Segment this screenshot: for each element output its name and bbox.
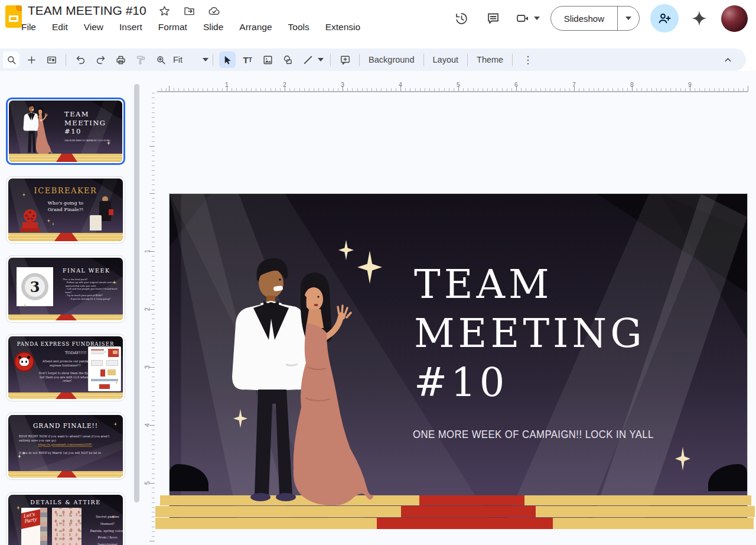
thumb4-title: PANDA EXPRESS FUNDRAISER bbox=[8, 341, 123, 347]
menu-format[interactable]: Format bbox=[158, 22, 187, 33]
share-button[interactable] bbox=[650, 4, 679, 33]
thumb1-subtitle: ONE MORE WEEK OF CAMPAIGN!! LOCK IN YALL bbox=[64, 140, 110, 142]
slideshow-dropdown[interactable] bbox=[617, 7, 639, 30]
background-button[interactable]: Background bbox=[364, 51, 419, 68]
film-reel-illustration bbox=[24, 209, 37, 222]
menu-tools[interactable]: Tools bbox=[288, 22, 309, 33]
thumb5-title: GRAND FINALE!! bbox=[8, 422, 123, 429]
menu-extensions[interactable]: Extensio bbox=[325, 22, 360, 33]
slide-thumbnail-4[interactable]: PANDA EXPRESS FUNDRAISER TODAY!!!!! Atte… bbox=[6, 334, 125, 401]
text-box-icon[interactable]: TT bbox=[239, 51, 256, 68]
thumb4-line1: TODAY!!!!! bbox=[65, 351, 87, 355]
chevron-down-icon bbox=[534, 17, 540, 20]
chevron-down-icon bbox=[625, 17, 631, 20]
party-poster-image: Let'sParty bbox=[21, 508, 47, 545]
menu-arrange[interactable]: Arrange bbox=[239, 22, 272, 33]
slide-title[interactable]: TEAM MEETING #10 bbox=[414, 260, 646, 407]
main-toolbar: Fit TT Background Layout Theme ⋮ bbox=[0, 48, 746, 71]
countdown-image: 3 bbox=[17, 267, 53, 306]
thumb2-body: Who's going to Grand Finale?! bbox=[26, 200, 105, 213]
slide-filmstrip: TEAM MEETING #10 ONE MORE WEEK OF CAMPAI… bbox=[0, 71, 145, 545]
print-icon[interactable] bbox=[112, 51, 129, 68]
move-folder-icon[interactable] bbox=[183, 4, 196, 17]
slide-thumbnail-5[interactable]: GRAND FINALE!! RSVP RIGHT NOW if you wan… bbox=[6, 413, 125, 480]
panda-express-logo bbox=[14, 352, 34, 372]
zoom-select[interactable]: Fit bbox=[171, 55, 208, 64]
insert-image-icon[interactable] bbox=[259, 51, 276, 68]
collapse-toolbar-icon[interactable] bbox=[719, 51, 736, 68]
cloud-saved-icon[interactable] bbox=[208, 4, 221, 17]
menu-view[interactable]: View bbox=[84, 22, 103, 33]
slideshow-button[interactable]: Slideshow bbox=[551, 7, 617, 30]
paint-format-icon[interactable] bbox=[132, 51, 149, 68]
insert-shape-icon[interactable] bbox=[279, 51, 296, 68]
new-slide-icon[interactable] bbox=[23, 51, 40, 68]
collage-poster-image bbox=[52, 508, 82, 545]
insert-line-icon[interactable] bbox=[299, 51, 316, 68]
menu-insert[interactable]: Insert bbox=[119, 22, 142, 33]
thumb4-line3: Don't forget to show them the flyer or t… bbox=[38, 372, 96, 383]
current-slide[interactable]: TEAM MEETING #10 ONE MORE WEEK OF CAMPAI… bbox=[169, 193, 748, 524]
star-icon[interactable] bbox=[158, 4, 171, 17]
couple-illustration bbox=[22, 102, 58, 155]
thumb4-line2: Attend and promote our panda express fun… bbox=[38, 360, 93, 367]
chevron-down-icon bbox=[203, 58, 208, 61]
meet-camera-button[interactable] bbox=[515, 11, 540, 26]
menu-edit[interactable]: Edit bbox=[52, 22, 68, 33]
chevron-down-icon[interactable] bbox=[318, 58, 324, 61]
document-title[interactable]: TEAM MEETING #10 bbox=[28, 4, 146, 18]
gemini-sparkle-icon[interactable] bbox=[690, 9, 708, 27]
version-history-icon[interactable] bbox=[454, 11, 469, 26]
vertical-ruler: 1 2 3 4 5 bbox=[146, 92, 155, 545]
zoom-icon[interactable] bbox=[152, 51, 169, 68]
google-slides-window: TEAM MEETING #10 File Edit View Insert F… bbox=[0, 0, 756, 545]
slides-logo[interactable] bbox=[5, 5, 22, 28]
slide-subtitle[interactable]: ONE MORE WEEK OF CAMPAIGN!! LOCK IN YALL bbox=[413, 428, 654, 441]
layout-button[interactable]: Layout bbox=[428, 51, 464, 68]
filmstrip-view-icon[interactable] bbox=[43, 51, 60, 68]
thumb5-line2: If you do not RSVP by March 1st you will… bbox=[19, 452, 118, 455]
more-options-icon[interactable]: ⋮ bbox=[517, 54, 539, 66]
zoom-value: Fit bbox=[173, 55, 183, 64]
reel-pedestal-base bbox=[20, 228, 40, 232]
fundraiser-flyer-image bbox=[89, 347, 120, 391]
menu-file[interactable]: File bbox=[21, 22, 36, 33]
slide-thumbnail-1[interactable]: TEAM MEETING #10 ONE MORE WEEK OF CAMPAI… bbox=[6, 98, 125, 165]
workspace: TEAM MEETING #10 ONE MORE WEEK OF CAMPAI… bbox=[0, 71, 756, 545]
slide-thumbnail-3[interactable]: 3 FINAL WEEK This is the final push!! - … bbox=[6, 255, 125, 323]
slide-thumbnail-6[interactable]: DETAILS & ATTIRE Let'sParty Secret garde… bbox=[6, 492, 125, 545]
person-add-icon bbox=[657, 11, 672, 25]
filmstrip-scrollbar[interactable] bbox=[134, 84, 139, 502]
slide-thumbnail-2[interactable]: ICEBREAKER Who's going to Grand Finale?! bbox=[6, 176, 125, 244]
thumb6-title: DETAILS & ATTIRE bbox=[8, 499, 123, 505]
slide-canvas-area: 1 2 3 4 5 6 7 8 9 1 2 3 4 5 bbox=[145, 71, 756, 545]
insert-comment-icon[interactable] bbox=[337, 51, 353, 68]
undo-icon[interactable] bbox=[72, 51, 89, 68]
menu-bar: File Edit View Insert Format Slide Arran… bbox=[21, 22, 360, 33]
app-header: TEAM MEETING #10 File Edit View Insert F… bbox=[0, 0, 756, 48]
couple-illustration bbox=[225, 249, 402, 509]
comment-history-icon[interactable] bbox=[485, 11, 501, 26]
thumb3-title: FINAL WEEK bbox=[63, 267, 110, 274]
select-tool-icon[interactable] bbox=[219, 51, 236, 68]
thumb1-title: TEAM MEETING #10 bbox=[64, 110, 106, 136]
search-menus-icon[interactable] bbox=[3, 51, 19, 68]
slideshow-button-group: Slideshow bbox=[550, 6, 640, 31]
thumb6-items: Secret garden themed? Pastels, spring co… bbox=[89, 514, 123, 545]
theme-button[interactable]: Theme bbox=[472, 51, 508, 68]
thumb3-body: This is the final push!! - Follow up wit… bbox=[63, 278, 121, 301]
menu-slide[interactable]: Slide bbox=[203, 22, 223, 33]
thumb2-title: ICEBREAKER bbox=[8, 186, 123, 195]
reel-pedestal bbox=[22, 222, 38, 228]
account-avatar[interactable] bbox=[721, 5, 748, 32]
horizontal-ruler: 1 2 3 4 5 6 7 8 9 bbox=[157, 83, 748, 92]
redo-icon[interactable] bbox=[92, 51, 109, 68]
thumb5-link[interactable]: https://e.givesmart.com/events/GVF/ bbox=[38, 443, 92, 447]
thumb5-line1: RSVP RIGHT NOW if you want to attend!! (… bbox=[19, 435, 118, 442]
video-camera-icon bbox=[515, 11, 530, 26]
